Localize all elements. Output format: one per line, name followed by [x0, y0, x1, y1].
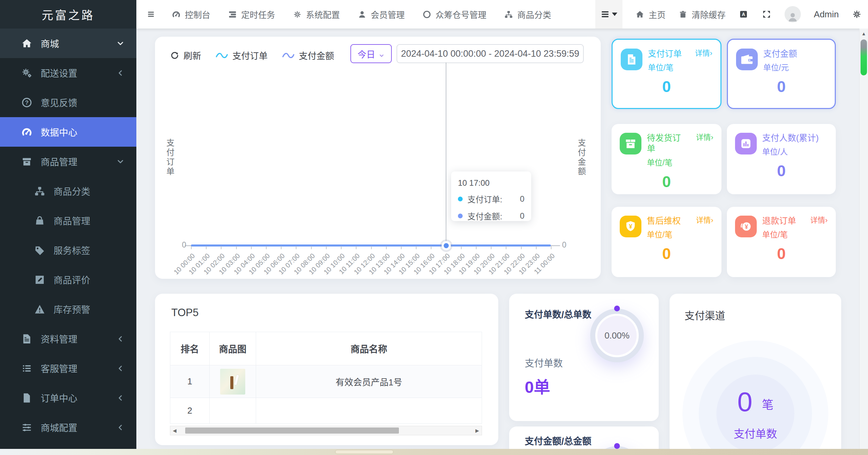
nav-item-0[interactable]: 控制台	[172, 8, 210, 20]
scroll-left-icon[interactable]: ◀	[170, 426, 179, 435]
page-vertical-scrollbar[interactable]: ▲	[859, 29, 868, 455]
sidebar-item-12[interactable]: 订单中心	[0, 383, 136, 413]
scroll-right-icon[interactable]: ▶	[473, 426, 482, 435]
scrollbar-thumb[interactable]	[335, 450, 393, 454]
svg-text:A: A	[742, 12, 745, 17]
tooltip-row: 支付订单: 0	[458, 193, 524, 205]
warning-icon	[34, 304, 45, 315]
refresh-label: 刷新	[184, 49, 201, 61]
sidebar-item-11[interactable]: 客服管理	[0, 353, 136, 383]
channel-circle-inner: 0 笔 支付单数	[716, 375, 794, 453]
detail-link[interactable]: 详情›	[696, 216, 713, 225]
refund-yen-icon: ¥	[735, 216, 757, 237]
nav-item-label: 定时任务	[241, 8, 275, 20]
stat-title: 待发货订单	[647, 133, 683, 154]
channel-label: 支付单数	[734, 425, 777, 441]
nav-item-label: 会员管理	[371, 8, 405, 20]
image-cell	[210, 398, 256, 424]
hamburger-icon[interactable]	[146, 10, 156, 18]
refresh-button[interactable]: 刷新	[170, 49, 201, 61]
stat-value: 0	[735, 162, 828, 180]
scrollbar-thumb[interactable]	[861, 39, 867, 75]
tasks-icon	[228, 10, 237, 19]
sidebar-item-1[interactable]: 配送设置	[0, 58, 136, 88]
x-axis-tick	[506, 246, 506, 249]
sidebar-item-7[interactable]: 服务标签	[0, 235, 136, 265]
stat-card-refund-orders: ¥ 退款订单 详情› 单位/笔 0	[727, 207, 836, 277]
x-axis-tick	[311, 246, 312, 249]
scrollbar-thumb[interactable]	[185, 427, 399, 434]
avatar[interactable]	[785, 6, 801, 22]
clear-cache-button[interactable]: 清除缓存	[678, 8, 726, 20]
gauge-title: 支付单数/总单数	[525, 307, 592, 321]
sidebar-item-label: 服务标签	[54, 243, 90, 257]
stat-value: 0	[735, 244, 828, 263]
edit-icon	[34, 274, 45, 286]
stat-card-payers-total: 支付人数(累计) › 单位/人 0	[727, 124, 836, 194]
x-axis-tick	[206, 246, 207, 249]
x-axis-tick	[281, 246, 282, 249]
circle-icon	[422, 10, 431, 19]
nav-item-5[interactable]: 商品分类	[504, 8, 551, 20]
nav-item-2[interactable]: 系统配置	[293, 8, 340, 20]
scroll-up-icon[interactable]: ▲	[860, 29, 868, 39]
date-range-input[interactable]: 2024-04-10 00:00:00 - 2024-04-10 23:59:5…	[397, 44, 584, 63]
x-axis-tick	[386, 246, 387, 249]
name-cell: 有效会员产品1号	[256, 365, 482, 398]
axis-pointer-line	[446, 62, 446, 245]
bar-chart-icon	[735, 133, 757, 154]
gauge-label: 支付单数	[525, 356, 563, 369]
nav-item-3[interactable]: 会员管理	[358, 8, 405, 20]
sidebar-menu: 商城配送设置?意见反馈数据中心商品管理商品分类商品管理服务标签商品评价库存预警资…	[0, 29, 136, 442]
x-axis-tick	[461, 246, 462, 249]
sidebar-item-5[interactable]: 商品分类	[0, 176, 136, 206]
x-axis-tick	[356, 246, 356, 249]
username[interactable]: Admin	[814, 9, 839, 20]
nav-item-4[interactable]: 众筹仓号管理	[422, 8, 486, 20]
wallet-icon	[736, 49, 758, 70]
x-axis-tick	[431, 246, 431, 249]
stat-unit: 单位/笔	[762, 228, 828, 240]
sidebar-item-13[interactable]: 商城配置	[0, 413, 136, 442]
sidebar-item-3[interactable]: 数据中心	[0, 117, 136, 147]
sidebar-item-4[interactable]: 商品管理	[0, 147, 136, 176]
chevron-left-icon	[116, 69, 125, 77]
table-row[interactable]: 2	[170, 398, 482, 424]
nav-item-1[interactable]: 定时任务	[228, 8, 275, 20]
legend-pay-orders[interactable]: 支付订单	[215, 49, 268, 61]
bottle-shape	[230, 376, 233, 389]
detail-link[interactable]: 详情›	[810, 216, 828, 225]
highlight-point[interactable]	[444, 243, 449, 248]
col-image: 商品图	[210, 332, 256, 365]
image-cell	[210, 365, 256, 398]
x-axis-tick	[521, 246, 522, 249]
sidebar-item-2[interactable]: ?意见反馈	[0, 88, 136, 117]
table-horizontal-scrollbar[interactable]: ◀ ▶	[170, 426, 482, 435]
fullscreen-icon[interactable]	[761, 9, 772, 19]
language-icon[interactable]: A	[738, 9, 749, 19]
detail-link[interactable]: 详情›	[695, 49, 712, 58]
navbar-menu: 控制台定时任务系统配置会员管理众筹仓号管理商品分类	[172, 8, 551, 20]
detail-link[interactable]: 详情›	[696, 133, 713, 143]
settings-gear-icon[interactable]	[852, 9, 862, 19]
x-axis-tick	[251, 246, 252, 249]
rank-cell: 2	[170, 398, 210, 424]
nav-item-label: 众筹仓号管理	[436, 8, 486, 20]
table-row[interactable]: 1 有效会员产品1号	[170, 365, 482, 398]
chevron-down-icon	[116, 157, 125, 166]
sidebar-item-10[interactable]: 资料管理	[0, 324, 136, 353]
page-horizontal-scrollbar[interactable]	[0, 449, 868, 455]
quick-menu-dropdown[interactable]	[595, 0, 622, 29]
sidebar-item-9[interactable]: 库存预警	[0, 294, 136, 324]
sidebar-item-label: 商品分类	[54, 184, 90, 198]
sidebar-item-6[interactable]: 商品管理	[0, 206, 136, 235]
app-logo: 元富之路	[0, 0, 136, 29]
sitemap-icon	[34, 185, 45, 197]
home-link[interactable]: 主页	[635, 8, 666, 20]
sidebar-item-0[interactable]: 商城	[0, 29, 136, 58]
date-range-preset-button[interactable]: 今日	[350, 44, 392, 63]
caret-down-icon	[612, 13, 617, 16]
product-thumbnail	[220, 369, 245, 395]
legend-pay-amount[interactable]: 支付金额	[282, 49, 334, 61]
sidebar-item-8[interactable]: 商品评价	[0, 265, 136, 294]
